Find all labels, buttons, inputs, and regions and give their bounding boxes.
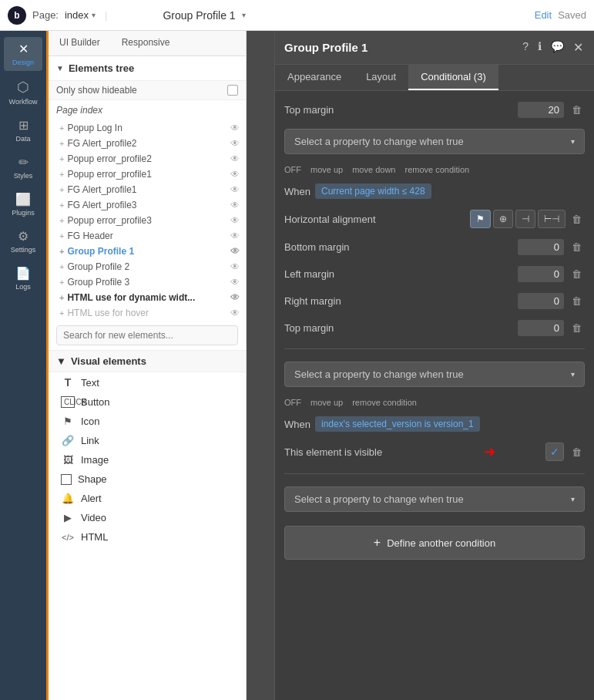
left-nav: ✕ Design ⬡ Workflow ⊞ Data ✏ Styles ⬜ Pl… <box>0 31 46 700</box>
close-icon[interactable]: ✕ <box>572 39 585 56</box>
select-property-btn-1[interactable]: Select a property to change when true ▾ <box>284 129 585 154</box>
tab-ui-builder[interactable]: UI Builder <box>49 31 111 56</box>
remove-condition-1[interactable]: remove condition <box>404 165 469 174</box>
top-margin-c1-label: Top margin <box>284 322 334 334</box>
tree-item-html-dynamic[interactable]: + HTML use for dynamic widt... 👁 <box>49 290 246 305</box>
tree-item-popup-error-profile2[interactable]: + Popup error_profile2 👁 <box>49 151 246 167</box>
off-label-2[interactable]: OFF <box>284 398 301 407</box>
visual-item-video[interactable]: ▶ Video <box>49 508 246 527</box>
tree-toggle-icon[interactable]: ▼ <box>56 64 64 72</box>
visual-item-label: Icon <box>81 416 100 427</box>
trash-icon[interactable]: 🗑 <box>569 240 585 254</box>
chat-icon[interactable]: 💬 <box>549 39 565 56</box>
visual-item-button[interactable]: CLICK Button <box>49 392 246 412</box>
trash-icon[interactable]: 🗑 <box>569 103 585 117</box>
sidebar-item-settings[interactable]: ⚙ Settings <box>4 224 42 258</box>
visual-item-shape[interactable]: Shape <box>49 469 246 489</box>
canvas-area: Group Profile 1 ? ℹ 💬 ✕ Appearance Layou… <box>247 31 594 700</box>
move-down-1[interactable]: move down <box>352 165 395 174</box>
plus-icon: + <box>59 216 64 225</box>
sidebar-item-design[interactable]: ✕ Design <box>4 37 42 71</box>
trash-icon[interactable]: 🗑 <box>569 294 585 308</box>
hideable-checkbox[interactable] <box>227 85 238 96</box>
tab-responsive[interactable]: Responsive <box>111 31 181 56</box>
tree-item-group-profile-2[interactable]: + Group Profile 2 👁 <box>49 259 246 274</box>
tab-layout[interactable]: Layout <box>354 65 408 90</box>
info-icon[interactable]: ℹ <box>536 39 543 56</box>
when-condition-1[interactable]: Current page width ≤ 428 <box>315 183 431 199</box>
tab-conditional[interactable]: Conditional (3) <box>408 65 498 90</box>
plus-icon: + <box>59 139 64 148</box>
bottom-margin-row: Bottom margin 🗑 <box>284 236 585 258</box>
collapse-icon[interactable]: ▼ <box>56 355 66 367</box>
dropdown-arrow-icon-3: ▾ <box>571 495 575 503</box>
tab-responsive-label: Responsive <box>122 37 170 48</box>
top-margin-input[interactable] <box>518 102 564 118</box>
search-input[interactable] <box>56 325 238 345</box>
tree-item-popup-error-profile3[interactable]: + Popup error_profile3 👁 <box>49 213 246 228</box>
tree-item-fg-alert-profile1[interactable]: + FG Alert_profile1 👁 <box>49 182 246 197</box>
select-property-btn-2[interactable]: Select a property to change when true ▾ <box>284 362 585 387</box>
define-condition-label: Define another condition <box>387 537 495 549</box>
sidebar-item-styles[interactable]: ✏ Styles <box>4 150 42 184</box>
align-right-btn[interactable]: ⊣ <box>515 210 535 228</box>
trash-icon-visible[interactable]: 🗑 <box>569 445 585 459</box>
checkmark-icon: ✓ <box>550 446 559 458</box>
sidebar-item-workflow[interactable]: ⬡ Workflow <box>4 74 42 110</box>
image-icon: 🖼 <box>61 454 75 466</box>
edit-button[interactable]: Edit <box>535 9 552 21</box>
tree-item-html-hover[interactable]: + HTML use for hover 👁 <box>49 305 246 321</box>
tree-item-fg-alert-profile3[interactable]: + FG Alert_profile3 👁 <box>49 197 246 213</box>
condition2-meta: OFF move up remove condition <box>284 395 585 409</box>
visual-item-alert[interactable]: 🔔 Alert <box>49 489 246 508</box>
dropdown-arrow-icon: ▾ <box>571 137 575 146</box>
right-margin-input[interactable] <box>518 293 564 309</box>
tree-item-popup-login[interactable]: + Popup Log In 👁 <box>49 120 246 136</box>
tree-item-fg-header[interactable]: + FG Header 👁 <box>49 228 246 244</box>
eye-icon: 👁 <box>230 277 240 288</box>
off-label-1[interactable]: OFF <box>284 165 301 174</box>
tree-item-group-profile-3[interactable]: + Group Profile 3 👁 <box>49 274 246 290</box>
trash-icon[interactable]: 🗑 <box>569 321 585 335</box>
visual-item-label: Alert <box>81 493 102 504</box>
eye-icon: 👁 <box>230 200 240 210</box>
bottom-margin-input[interactable] <box>518 239 564 255</box>
h-align-label: Horizontal alignment <box>284 214 376 225</box>
visible-label: This element is visible <box>284 446 382 458</box>
visual-item-link[interactable]: 🔗 Link <box>49 431 246 450</box>
top-bar: b Page: index ▾ | Group Profile 1 ▾ Edit… <box>0 0 594 31</box>
trash-icon[interactable]: 🗑 <box>569 212 585 227</box>
align-stretch-btn[interactable]: ⊢⊣ <box>538 210 565 228</box>
remove-condition-2[interactable]: remove condition <box>352 398 417 407</box>
tree-item-fg-alert-profile2[interactable]: + FG Alert_profile2 👁 <box>49 136 246 151</box>
tree-item-group-profile-1[interactable]: + Group Profile 1 👁 ▶ <box>49 244 246 259</box>
visual-item-image[interactable]: 🖼 Image <box>49 450 246 469</box>
move-up-1[interactable]: move up <box>310 165 343 174</box>
select-property-btn-3[interactable]: Select a property to change when true ▾ <box>284 486 585 512</box>
visible-checkbox[interactable]: ✓ <box>545 443 564 461</box>
top-margin-c1-input[interactable] <box>518 320 564 336</box>
visual-item-text[interactable]: T Text <box>49 372 246 392</box>
page-dropdown[interactable]: index ▾ <box>65 9 96 21</box>
right-margin-label: Right margin <box>284 295 341 307</box>
video-icon: ▶ <box>61 512 75 523</box>
top-margin-initial-row: Top margin 🗑 <box>284 99 585 121</box>
sidebar-item-plugins[interactable]: ⬜ Plugins <box>4 187 42 221</box>
define-condition-btn[interactable]: + Define another condition <box>284 526 585 560</box>
move-up-2[interactable]: move up <box>310 398 343 407</box>
tree-item-popup-error-profile1[interactable]: + Popup error_profile1 👁 <box>49 167 246 182</box>
left-margin-input[interactable] <box>518 266 564 282</box>
when-condition-2[interactable]: index's selected_version is version_1 <box>315 416 480 432</box>
help-icon[interactable]: ? <box>521 39 530 56</box>
search-section <box>49 321 246 350</box>
sidebar-item-logs[interactable]: 📄 Logs <box>4 261 42 295</box>
align-left-btn[interactable]: ⚑ <box>470 210 491 228</box>
visual-item-icon[interactable]: ⚑ Icon <box>49 412 246 431</box>
modal-title: Group Profile 1 <box>284 41 515 54</box>
align-center-btn[interactable]: ⊕ <box>493 210 513 228</box>
visual-item-html[interactable]: </> HTML <box>49 527 246 547</box>
trash-icon[interactable]: 🗑 <box>569 267 585 281</box>
tree-item-label: FG Alert_profile1 <box>67 184 136 195</box>
sidebar-item-data[interactable]: ⊞ Data <box>4 113 42 147</box>
tab-appearance[interactable]: Appearance <box>275 65 354 90</box>
